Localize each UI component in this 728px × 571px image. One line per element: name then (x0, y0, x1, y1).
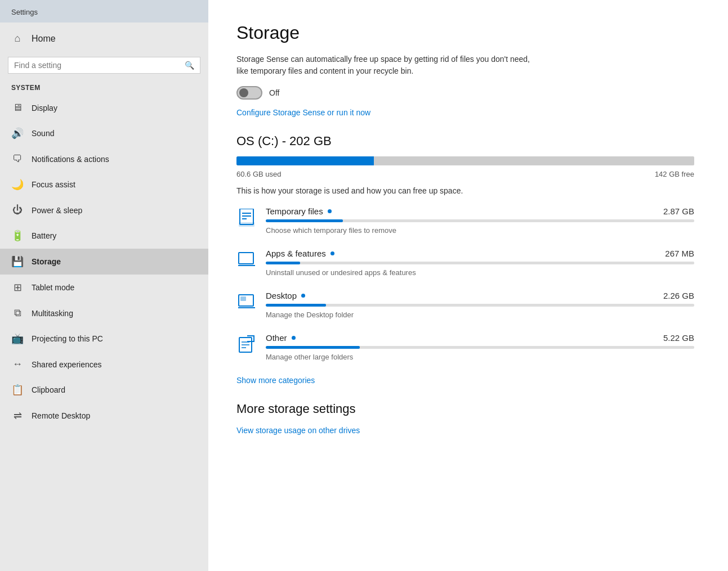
sidebar-item-label: Focus assist (32, 180, 75, 189)
power-icon: ⏻ (11, 204, 24, 216)
tablet-icon: ⊞ (11, 281, 24, 294)
sidebar-item-label: Display (32, 104, 57, 113)
other-bar (266, 346, 694, 349)
temporary-files-name: Temporary files (266, 206, 323, 216)
desktop-bar (266, 304, 694, 307)
sidebar-item-label: Remote Desktop (32, 411, 90, 420)
desktop-sub: Manage the Desktop folder (266, 311, 354, 319)
sidebar-item-sound[interactable]: 🔊 Sound (0, 120, 208, 146)
temporary-files-content: Temporary files 2.87 GB Choose which tem… (266, 206, 694, 235)
temporary-files-bar (266, 219, 694, 222)
focus-icon: 🌙 (11, 178, 24, 191)
apps-features-content: Apps & features 267 MB Uninstall unused … (266, 249, 694, 277)
storage-sense-description: Storage Sense can automatically free up … (236, 53, 541, 77)
temporary-files-size: 2.87 GB (663, 206, 694, 216)
sidebar-item-label: Power & sleep (32, 206, 82, 215)
sidebar-item-label: Projecting to this PC (32, 334, 103, 343)
sidebar-item-projecting[interactable]: 📺 Projecting to this PC (0, 326, 208, 352)
remote-icon: ⇌ (11, 410, 24, 422)
clipboard-icon: 📋 (11, 384, 24, 396)
sidebar-item-label: Notifications & actions (32, 155, 109, 164)
sidebar-item-storage[interactable]: 💾 Storage (0, 249, 208, 275)
battery-icon: 🔋 (11, 230, 24, 242)
projecting-icon: 📺 (11, 332, 24, 345)
desktop-content: Desktop 2.26 GB Manage the Desktop folde… (266, 291, 694, 320)
toggle-knob (239, 88, 248, 97)
sidebar-item-clipboard[interactable]: 📋 Clipboard (0, 377, 208, 403)
category-desktop[interactable]: Desktop 2.26 GB Manage the Desktop folde… (236, 291, 694, 320)
system-section-label: System (0, 79, 208, 95)
configure-storage-sense-link[interactable]: Configure Storage Sense or run it now (236, 108, 370, 117)
sidebar-items: 🖥 Display 🔊 Sound 🗨 Notifications & acti… (0, 95, 208, 429)
view-other-drives-link[interactable]: View storage usage on other drives (236, 426, 360, 435)
other-sub: Manage other large folders (266, 353, 353, 361)
temporary-files-icon (236, 208, 257, 228)
search-input[interactable] (14, 61, 180, 70)
storage-bar (236, 156, 694, 165)
other-bar-fill (266, 346, 360, 349)
notifications-icon: 🗨 (11, 153, 24, 165)
drive-title: OS (C:) - 202 GB (236, 134, 694, 149)
storage-bar-labels: 60.6 GB used 142 GB free (236, 170, 694, 178)
other-icon (236, 334, 257, 354)
apps-features-icon (236, 250, 257, 270)
more-storage-title: More storage settings (236, 402, 694, 416)
sidebar-item-label: Shared experiences (32, 360, 102, 369)
sidebar-item-focus[interactable]: 🌙 Focus assist (0, 172, 208, 197)
apps-features-name-row: Apps & features (266, 249, 334, 258)
apps-features-dot (330, 251, 334, 255)
storage-sense-toggle[interactable] (236, 86, 262, 100)
show-more-categories-link[interactable]: Show more categories (236, 376, 315, 385)
page-title: Storage (236, 23, 694, 43)
sidebar: Settings ⌂ Home 🔍 System 🖥 Display 🔊 Sou… (0, 0, 208, 571)
sidebar-item-label: Sound (32, 129, 54, 138)
storage-bar-used (236, 156, 374, 165)
other-name: Other (266, 333, 287, 343)
home-label: Home (32, 34, 56, 44)
storage-description: This is how your storage is used and how… (236, 186, 694, 195)
sidebar-item-label: Clipboard (32, 385, 65, 394)
storage-sense-toggle-row: Off (236, 86, 694, 100)
category-apps-features[interactable]: Apps & features 267 MB Uninstall unused … (236, 249, 694, 277)
other-dot (292, 336, 296, 340)
temporary-files-bar-fill (266, 219, 343, 222)
toggle-label: Off (269, 88, 279, 97)
app-title: Settings (0, 0, 208, 23)
multitasking-icon: ⧉ (11, 307, 24, 319)
apps-features-bar-fill (266, 262, 300, 264)
sound-icon: 🔊 (11, 127, 24, 140)
sidebar-item-label: Multitasking (32, 309, 73, 318)
sidebar-item-remote[interactable]: ⇌ Remote Desktop (0, 403, 208, 429)
other-size: 5.22 GB (663, 333, 694, 343)
temporary-files-sub: Choose which temporary files to remove (266, 226, 396, 235)
sidebar-item-display[interactable]: 🖥 Display (0, 95, 208, 120)
storage-free-label: 142 GB free (655, 170, 694, 178)
shared-icon: ↔ (11, 358, 24, 370)
temporary-files-name-row: Temporary files (266, 206, 332, 216)
svg-rect-5 (239, 253, 253, 264)
apps-features-name: Apps & features (266, 249, 326, 258)
desktop-icon (236, 292, 257, 312)
desktop-header: Desktop 2.26 GB (266, 291, 694, 300)
sidebar-item-multitasking[interactable]: ⧉ Multitasking (0, 300, 208, 326)
desktop-name: Desktop (266, 291, 297, 300)
sidebar-item-battery[interactable]: 🔋 Battery (0, 223, 208, 249)
temporary-files-header: Temporary files 2.87 GB (266, 206, 694, 216)
sidebar-item-label: Storage (32, 257, 61, 266)
search-icon: 🔍 (185, 61, 194, 70)
home-button[interactable]: ⌂ Home (0, 23, 208, 55)
sidebar-item-power[interactable]: ⏻ Power & sleep (0, 197, 208, 223)
sidebar-item-tablet[interactable]: ⊞ Tablet mode (0, 275, 208, 300)
apps-features-bar (266, 262, 694, 264)
search-box[interactable]: 🔍 (8, 57, 200, 74)
desktop-bar-fill (266, 304, 326, 307)
sidebar-item-shared[interactable]: ↔ Shared experiences (0, 352, 208, 377)
display-icon: 🖥 (11, 102, 24, 114)
storage-used-label: 60.6 GB used (236, 170, 282, 178)
sidebar-item-notifications[interactable]: 🗨 Notifications & actions (0, 146, 208, 172)
category-other[interactable]: Other 5.22 GB Manage other large folders (236, 333, 694, 362)
sidebar-item-label: Battery (32, 231, 56, 240)
svg-rect-11 (240, 296, 246, 301)
category-temporary-files[interactable]: Temporary files 2.87 GB Choose which tem… (236, 206, 694, 235)
apps-features-size: 267 MB (665, 249, 694, 258)
